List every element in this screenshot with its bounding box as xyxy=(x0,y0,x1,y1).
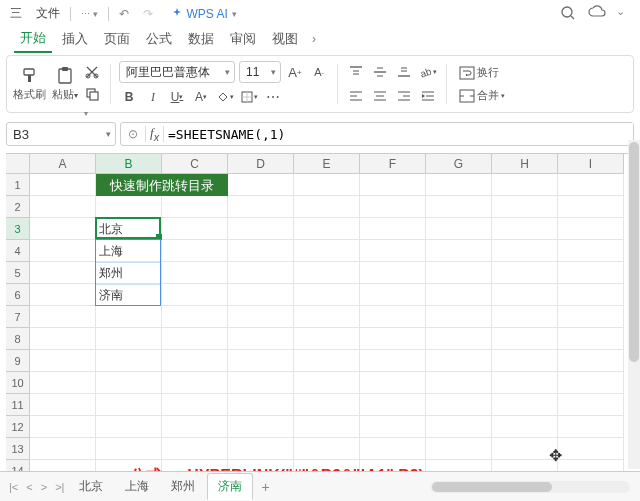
row-header[interactable]: 13 xyxy=(6,438,30,460)
indent-icon[interactable] xyxy=(418,86,438,106)
cell[interactable] xyxy=(228,196,294,218)
cell[interactable] xyxy=(558,196,624,218)
tab-formula[interactable]: 公式 xyxy=(140,26,178,52)
align-top-icon[interactable] xyxy=(346,62,366,82)
cell[interactable] xyxy=(426,416,492,438)
cell[interactable] xyxy=(96,328,162,350)
cell[interactable] xyxy=(294,438,360,460)
select-all-corner[interactable] xyxy=(6,154,30,174)
cell[interactable] xyxy=(30,416,96,438)
cell[interactable] xyxy=(426,438,492,460)
file-menu[interactable]: 文件 xyxy=(32,3,64,24)
cell[interactable] xyxy=(492,174,558,196)
col-header[interactable]: C xyxy=(162,154,228,174)
cell[interactable] xyxy=(492,196,558,218)
cell[interactable] xyxy=(162,394,228,416)
cell[interactable] xyxy=(492,416,558,438)
cell[interactable] xyxy=(558,262,624,284)
cell[interactable] xyxy=(360,394,426,416)
cell[interactable] xyxy=(426,262,492,284)
decrease-font-icon[interactable]: A- xyxy=(309,62,329,82)
col-header[interactable]: H xyxy=(492,154,558,174)
horizontal-scrollbar[interactable] xyxy=(430,481,630,493)
cell[interactable] xyxy=(558,306,624,328)
cell[interactable] xyxy=(294,240,360,262)
sheet-tab[interactable]: 上海 xyxy=(115,474,159,499)
cell[interactable] xyxy=(492,328,558,350)
cell[interactable] xyxy=(294,350,360,372)
cell[interactable] xyxy=(162,372,228,394)
cell[interactable] xyxy=(360,438,426,460)
cell[interactable] xyxy=(294,174,360,196)
cell[interactable]: 郑州 xyxy=(96,262,162,284)
cell[interactable] xyxy=(426,350,492,372)
cell[interactable] xyxy=(162,328,228,350)
cell[interactable] xyxy=(294,284,360,306)
cell[interactable] xyxy=(30,438,96,460)
italic-icon[interactable]: I xyxy=(143,87,163,107)
copy-icon[interactable]: ▾ xyxy=(84,86,102,104)
sheet-tab[interactable]: 北京 xyxy=(69,474,113,499)
cell[interactable] xyxy=(558,438,624,460)
cell[interactable] xyxy=(360,196,426,218)
cell[interactable] xyxy=(228,416,294,438)
cell[interactable] xyxy=(228,262,294,284)
redo-icon[interactable]: ↷ xyxy=(139,5,157,23)
cell[interactable] xyxy=(30,196,96,218)
underline-icon[interactable]: U▾ xyxy=(167,87,187,107)
cell[interactable] xyxy=(30,284,96,306)
align-right-icon[interactable] xyxy=(394,86,414,106)
tab-review[interactable]: 审阅 xyxy=(224,26,262,52)
row-header[interactable]: 1 xyxy=(6,174,30,196)
cell[interactable] xyxy=(96,416,162,438)
cell[interactable] xyxy=(294,394,360,416)
col-header[interactable]: B xyxy=(96,154,162,174)
cell[interactable] xyxy=(426,218,492,240)
cell[interactable] xyxy=(426,394,492,416)
row-header[interactable]: 2 xyxy=(6,196,30,218)
cell[interactable] xyxy=(30,218,96,240)
sheet-nav-last-icon[interactable]: >| xyxy=(52,481,67,493)
row-header[interactable]: 11 xyxy=(6,394,30,416)
cell[interactable] xyxy=(228,372,294,394)
font-size-select[interactable]: 11▾ xyxy=(239,61,281,83)
col-header[interactable]: D xyxy=(228,154,294,174)
cell[interactable] xyxy=(558,240,624,262)
cell[interactable] xyxy=(426,328,492,350)
cell[interactable] xyxy=(162,196,228,218)
row-header[interactable]: 10 xyxy=(6,372,30,394)
add-sheet-button[interactable]: + xyxy=(255,477,275,497)
cell[interactable] xyxy=(162,416,228,438)
cell[interactable] xyxy=(96,196,162,218)
cell[interactable] xyxy=(558,416,624,438)
cell[interactable] xyxy=(360,328,426,350)
cell[interactable] xyxy=(228,350,294,372)
cell[interactable] xyxy=(492,262,558,284)
font-name-select[interactable]: 阿里巴巴普惠体▾ xyxy=(119,61,235,83)
cell[interactable] xyxy=(30,372,96,394)
tab-page[interactable]: 页面 xyxy=(98,26,136,52)
cell[interactable] xyxy=(228,284,294,306)
cell[interactable] xyxy=(558,372,624,394)
fx-expand-icon[interactable]: ⊙ xyxy=(121,127,145,141)
cell[interactable] xyxy=(360,240,426,262)
col-header[interactable]: A xyxy=(30,154,96,174)
cell[interactable] xyxy=(96,372,162,394)
tab-insert[interactable]: 插入 xyxy=(56,26,94,52)
cell[interactable] xyxy=(96,306,162,328)
sheet-nav-next-icon[interactable]: > xyxy=(38,481,50,493)
chevron-down-icon[interactable]: ⌄ xyxy=(616,5,634,23)
format-painter-button[interactable]: 格式刷 xyxy=(13,66,46,102)
sheet-nav-first-icon[interactable]: |< xyxy=(6,481,21,493)
row-header[interactable]: 9 xyxy=(6,350,30,372)
cell[interactable] xyxy=(294,218,360,240)
cell[interactable] xyxy=(426,284,492,306)
cell[interactable] xyxy=(492,394,558,416)
cell[interactable] xyxy=(426,196,492,218)
row-header[interactable]: 4 xyxy=(6,240,30,262)
cell[interactable] xyxy=(162,262,228,284)
cell[interactable] xyxy=(162,218,228,240)
row-header[interactable]: 6 xyxy=(6,284,30,306)
cell[interactable] xyxy=(492,306,558,328)
cut-icon[interactable] xyxy=(84,64,102,82)
